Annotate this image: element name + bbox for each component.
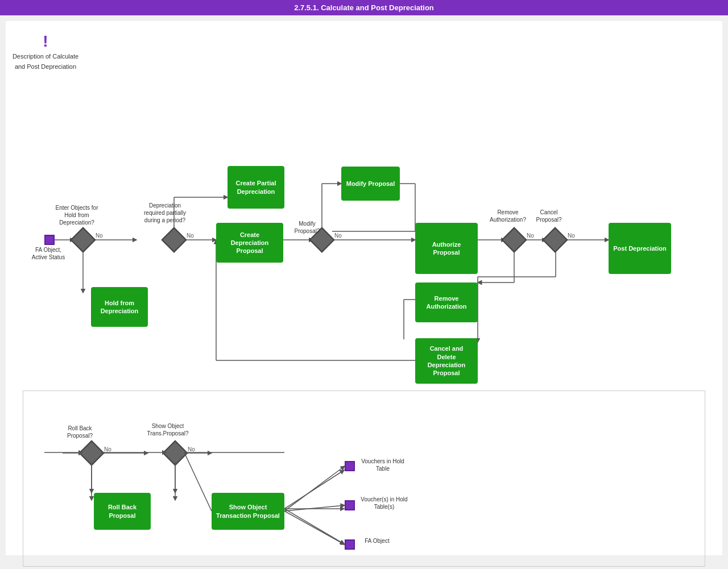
create-partial-box: Create Partial Depreciation bbox=[228, 166, 284, 209]
vouchers-hold-tables-node bbox=[345, 500, 355, 510]
label-show-obj-trans: Show Object Trans.Proposal? bbox=[142, 422, 193, 437]
no-label-2: No bbox=[187, 232, 194, 239]
modify-proposal-text: Modify Proposal bbox=[346, 180, 395, 188]
create-proposal-box: Create Depreciation Proposal bbox=[216, 223, 283, 263]
show-obj-trans-box: Show Object Transaction Proposal bbox=[212, 493, 284, 530]
create-partial-text: Create Partial Depreciation bbox=[232, 179, 280, 196]
cancel-delete-box: Cancel and Delete Depreciation Proposal bbox=[415, 338, 478, 384]
no-label-3: No bbox=[334, 232, 342, 239]
diamond-cancel-proposal bbox=[542, 227, 568, 252]
roll-back-text: Roll Back Proposal bbox=[98, 503, 146, 520]
description-icon: ! bbox=[11, 32, 80, 51]
fa-object-out-label: FA Object bbox=[357, 537, 397, 545]
hold-from-depr-box: Hold from Depreciation bbox=[91, 287, 148, 327]
diamond-enter-objects bbox=[70, 227, 96, 252]
fa-object-node bbox=[44, 235, 55, 245]
page-title: 2.7.5.1. Calculate and Post Depreciation bbox=[294, 3, 434, 12]
fa-object-out-node bbox=[345, 539, 355, 550]
authorize-proposal-text: Authorize Proposal bbox=[420, 240, 473, 257]
cancel-delete-text: Cancel and Delete Depreciation Proposal bbox=[420, 344, 473, 377]
no-label-6: No bbox=[104, 446, 111, 452]
post-depr-box: Post Depreciation bbox=[609, 223, 671, 274]
diamond-depr-partial bbox=[161, 227, 187, 252]
description-text: Description of Calculate and Post Deprec… bbox=[13, 53, 78, 70]
no-label-1: No bbox=[96, 232, 103, 239]
label-modify-proposal: Modify Proposal? bbox=[290, 220, 324, 235]
create-proposal-text: Create Depreciation Proposal bbox=[221, 231, 279, 255]
show-obj-trans-text: Show Object Transaction Proposal bbox=[216, 503, 280, 520]
remove-auth-box: Remove Authorization bbox=[415, 283, 478, 322]
modify-proposal-box: Modify Proposal bbox=[341, 167, 400, 201]
remove-auth-text: Remove Authorization bbox=[420, 294, 473, 311]
label-enter-objects: Enter Objects for Hold from Depreciation… bbox=[51, 204, 102, 226]
hold-from-depr-text: Hold from Depreciation bbox=[96, 299, 143, 315]
no-label-4: No bbox=[527, 232, 534, 239]
label-depr-partial: Depreciation required partially during a… bbox=[139, 202, 191, 224]
no-label-7: No bbox=[188, 446, 195, 452]
main-area: ! Description of Calculate and Post Depr… bbox=[6, 21, 722, 555]
description-box: ! Description of Calculate and Post Depr… bbox=[11, 32, 80, 71]
label-remove-auth-q: Remove Authorization? bbox=[482, 209, 533, 223]
authorize-proposal-box: Authorize Proposal bbox=[415, 223, 478, 274]
no-label-5: No bbox=[568, 232, 575, 239]
roll-back-box: Roll Back Proposal bbox=[94, 493, 151, 530]
label-cancel-proposal: Cancel Proposal? bbox=[529, 209, 569, 223]
title-bar: 2.7.5.1. Calculate and Post Depreciation bbox=[0, 0, 728, 15]
vouchers-hold-tables-label: Voucher(s) in Hold Table(s) bbox=[357, 496, 411, 510]
vouchers-hold-node bbox=[345, 461, 355, 471]
fa-object-label: FA Object, Active Status bbox=[28, 246, 68, 261]
diamond-remove-auth bbox=[501, 227, 527, 252]
label-roll-back: Roll Back Proposal? bbox=[56, 425, 104, 439]
vouchers-hold-label: Vouchers in Hold Table bbox=[357, 458, 408, 472]
post-depr-text: Post Depreciation bbox=[613, 244, 667, 252]
